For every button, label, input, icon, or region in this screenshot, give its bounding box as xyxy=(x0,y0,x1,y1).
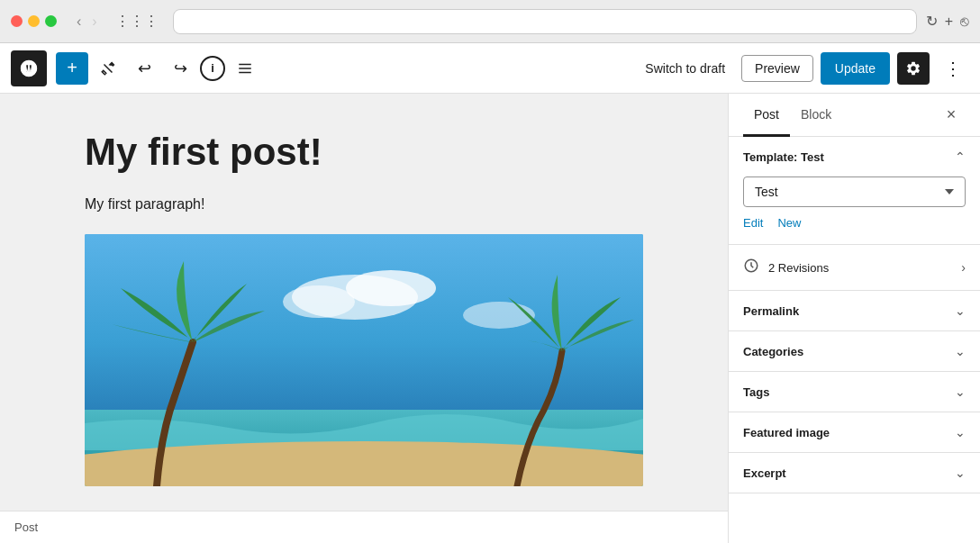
sidebar-close-button[interactable]: × xyxy=(937,101,966,130)
permalink-title: Permalink xyxy=(743,304,955,318)
toolbar-right: Switch to draft Preview Update ⋮ xyxy=(636,52,969,85)
forward-button[interactable]: › xyxy=(88,12,100,32)
tab-block[interactable]: Block xyxy=(790,95,842,137)
template-section-title: Template: Test xyxy=(743,150,955,164)
status-label: Post xyxy=(14,520,38,534)
template-links: Edit New xyxy=(743,216,966,230)
update-button[interactable]: Update xyxy=(821,52,890,85)
add-block-button[interactable]: + xyxy=(56,52,88,85)
info-button[interactable]: i xyxy=(200,56,225,81)
svg-point-9 xyxy=(283,285,355,318)
categories-section: Categories ⌄ xyxy=(729,331,980,372)
close-traffic-light[interactable] xyxy=(11,15,23,27)
editor-main: My first post! My first paragraph! xyxy=(0,94,980,543)
template-edit-link[interactable]: Edit xyxy=(743,216,763,230)
tags-chevron-down-icon: ⌄ xyxy=(955,385,966,399)
list-view-icon xyxy=(237,60,253,77)
template-header[interactable]: Template: Test ⌃ xyxy=(729,137,980,176)
template-body: Test Edit New xyxy=(729,176,980,244)
browser-actions: ↻ + ⎋ xyxy=(926,13,969,30)
share-button[interactable]: ⎋ xyxy=(960,14,969,30)
featured-image-title: Featured image xyxy=(743,426,955,439)
categories-header[interactable]: Categories ⌄ xyxy=(729,331,980,371)
settings-icon xyxy=(905,60,921,77)
revisions-row[interactable]: 2 Revisions › xyxy=(729,245,980,291)
template-new-link[interactable]: New xyxy=(777,216,801,230)
excerpt-title: Excerpt xyxy=(743,466,955,480)
revisions-chevron-icon: › xyxy=(961,260,966,275)
post-image-svg xyxy=(85,234,643,486)
excerpt-section: Excerpt ⌄ xyxy=(729,453,980,493)
svg-point-10 xyxy=(463,302,535,329)
tags-section: Tags ⌄ xyxy=(729,372,980,412)
new-tab-button[interactable]: + xyxy=(945,14,953,30)
template-section: Template: Test ⌃ Test Edit New xyxy=(729,137,980,245)
post-content: My first post! My first paragraph! xyxy=(85,130,643,486)
wp-editor: W + ↩ ↪ i Switch to draft Preview Update xyxy=(0,43,980,543)
permalink-section: Permalink ⌄ xyxy=(729,291,980,331)
post-image xyxy=(85,234,643,486)
grid-button[interactable]: ⋮⋮⋮ xyxy=(110,11,164,32)
more-options-button[interactable]: ⋮ xyxy=(937,52,969,85)
template-chevron-up-icon: ⌃ xyxy=(955,149,966,164)
featured-image-section: Featured image ⌄ xyxy=(729,412,980,453)
tags-header[interactable]: Tags ⌄ xyxy=(729,372,980,412)
switch-to-draft-button[interactable]: Switch to draft xyxy=(636,56,734,81)
template-select[interactable]: Test xyxy=(743,176,966,207)
wp-logo-icon: W xyxy=(19,59,39,78)
browser-chrome: ‹ › ⋮⋮⋮ ↻ + ⎋ xyxy=(0,0,980,43)
reload-button[interactable]: ↻ xyxy=(926,13,938,30)
status-bar: Post xyxy=(0,511,728,543)
nav-buttons: ‹ › xyxy=(73,12,101,32)
svg-point-12 xyxy=(85,441,643,486)
list-view-button[interactable] xyxy=(229,52,261,85)
minimize-traffic-light[interactable] xyxy=(28,15,40,27)
tab-post[interactable]: Post xyxy=(743,95,790,137)
tags-title: Tags xyxy=(743,385,955,399)
featured-image-header[interactable]: Featured image ⌄ xyxy=(729,412,980,452)
post-paragraph[interactable]: My first paragraph! xyxy=(85,196,643,213)
svg-point-8 xyxy=(346,270,436,306)
traffic-lights xyxy=(11,15,57,27)
svg-text:W: W xyxy=(25,64,33,73)
categories-chevron-down-icon: ⌄ xyxy=(955,344,966,358)
revisions-label: 2 Revisions xyxy=(768,261,961,275)
excerpt-chevron-down-icon: ⌄ xyxy=(955,466,966,480)
editor-sidebar: Post Block × Template: Test ⌃ Test Edit … xyxy=(728,94,980,543)
settings-button[interactable] xyxy=(897,52,930,85)
undo-button[interactable]: ↩ xyxy=(128,52,160,85)
post-title[interactable]: My first post! xyxy=(85,130,643,175)
featured-image-chevron-down-icon: ⌄ xyxy=(955,425,966,439)
address-bar[interactable] xyxy=(173,9,917,34)
permalink-header[interactable]: Permalink ⌄ xyxy=(729,291,980,330)
tools-icon xyxy=(100,60,116,77)
preview-button[interactable]: Preview xyxy=(741,55,813,82)
revisions-icon xyxy=(743,258,759,277)
fullscreen-traffic-light[interactable] xyxy=(45,15,57,27)
sidebar-tabs: Post Block × xyxy=(729,94,980,137)
toolbar: W + ↩ ↪ i Switch to draft Preview Update xyxy=(0,43,980,94)
tools-button[interactable] xyxy=(92,52,124,85)
wp-logo[interactable]: W xyxy=(11,50,47,86)
redo-button[interactable]: ↪ xyxy=(164,52,196,85)
excerpt-header[interactable]: Excerpt ⌄ xyxy=(729,453,980,493)
permalink-chevron-down-icon: ⌄ xyxy=(955,303,966,318)
categories-title: Categories xyxy=(743,345,955,358)
back-button[interactable]: ‹ xyxy=(73,12,85,32)
editor-canvas[interactable]: My first post! My first paragraph! xyxy=(0,94,728,543)
